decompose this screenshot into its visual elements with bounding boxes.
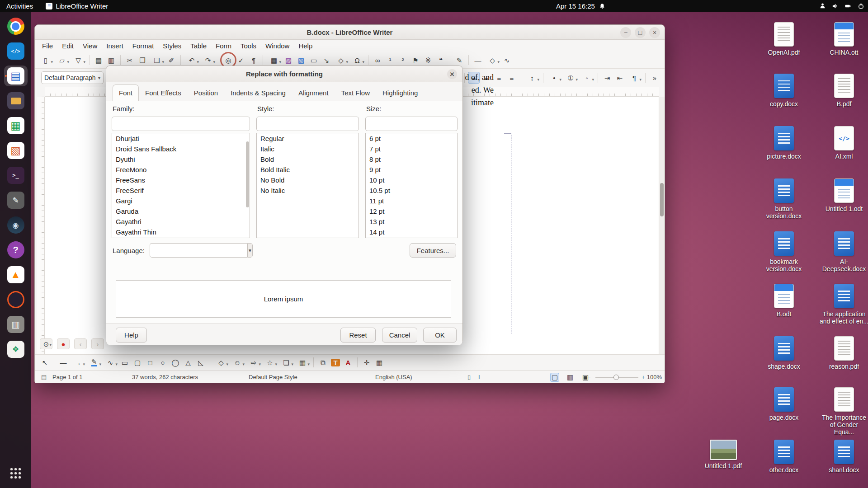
- new-document-icon[interactable]: ▯: [38, 54, 53, 66]
- size-input[interactable]: [365, 117, 458, 131]
- ok-button[interactable]: OK: [423, 328, 457, 343]
- fontwork-icon[interactable]: T: [330, 357, 341, 368]
- page-style-status[interactable]: Default Page Style: [249, 371, 297, 384]
- line-icon[interactable]: ―: [57, 357, 69, 368]
- style-input[interactable]: [256, 117, 359, 131]
- style-list-item[interactable]: Bold: [257, 154, 359, 164]
- family-list[interactable]: DhurjatiDroid Sans FallbackDyuthiFreeMon…: [112, 133, 250, 238]
- dialog-tab[interactable]: Font: [113, 84, 139, 101]
- save-icon[interactable]: ▽: [71, 54, 86, 66]
- previous-change-icon[interactable]: ‹: [74, 338, 87, 349]
- desktop-icon[interactable]: picture.docx: [759, 126, 809, 160]
- family-list-item[interactable]: Gayathri: [112, 216, 250, 227]
- outline-list-icon[interactable]: ◦: [579, 72, 594, 84]
- toolbar-icon[interactable]: [450, 55, 450, 65]
- size-list-item[interactable]: 10 pt: [366, 175, 457, 185]
- accessibility-icon[interactable]: [819, 3, 826, 9]
- family-list-item[interactable]: FreeSans: [112, 175, 250, 185]
- app-grid-dock-item[interactable]: [4, 463, 28, 483]
- menu-item[interactable]: Format: [128, 40, 159, 52]
- chrome-dock-item[interactable]: [4, 16, 28, 37]
- indent-increase-icon[interactable]: ⇥: [601, 72, 613, 84]
- toolbar-icon[interactable]: [313, 357, 314, 367]
- size-list-item[interactable]: 13 pt: [366, 216, 457, 227]
- cross-reference-icon[interactable]: ※: [422, 54, 434, 66]
- block-arrow-icon[interactable]: ⇨: [246, 357, 261, 368]
- text-editor-dock-item[interactable]: [4, 314, 28, 335]
- menu-item[interactable]: File: [38, 40, 57, 52]
- desktop-icon[interactable]: Untitled 1.odt: [819, 178, 868, 213]
- size-list-item[interactable]: 10.5 pt: [366, 185, 457, 196]
- rectangle-icon[interactable]: ▭: [119, 357, 131, 368]
- clone-formatting-icon[interactable]: ✐: [165, 54, 177, 66]
- insert-mode-icon[interactable]: I: [478, 371, 480, 384]
- endnote-icon[interactable]: ²: [397, 54, 409, 66]
- freeform-line-icon[interactable]: ∿: [501, 54, 513, 66]
- insert-chart-icon[interactable]: ▧: [295, 54, 307, 66]
- zoom-level[interactable]: 100%: [647, 371, 662, 384]
- dialog-close-button[interactable]: ✕: [447, 69, 457, 79]
- callout-icon[interactable]: ❏: [278, 357, 294, 368]
- toolbar-icon[interactable]: [368, 55, 368, 65]
- notification-bell-icon[interactable]: [599, 3, 605, 9]
- language-input[interactable]: [150, 243, 247, 258]
- show-changes-icon[interactable]: ⊙: [40, 338, 52, 349]
- reset-button[interactable]: Reset: [340, 328, 376, 343]
- menu-item[interactable]: Form: [211, 40, 236, 52]
- square-icon[interactable]: □: [144, 357, 156, 368]
- browser-dock-item[interactable]: [4, 289, 28, 310]
- toolbar-icon[interactable]: [263, 55, 263, 65]
- ellipse-icon[interactable]: ○: [157, 357, 169, 368]
- toolbar-icon[interactable]: [219, 55, 219, 65]
- family-list-item[interactable]: Gidugu: [112, 237, 250, 238]
- cancel-button[interactable]: Cancel: [382, 328, 417, 343]
- justify-icon[interactable]: ≡: [506, 72, 518, 84]
- menu-item[interactable]: Insert: [102, 40, 128, 52]
- desktop-icon[interactable]: The Importance of Gender Equa...: [819, 387, 868, 436]
- track-changes-icon[interactable]: ✎: [453, 54, 465, 66]
- toolbar-icon[interactable]: [645, 73, 646, 83]
- desktop-icon[interactable]: other.docx: [759, 440, 809, 474]
- zoom-slider[interactable]: [595, 377, 638, 378]
- family-list-item[interactable]: Gargi: [112, 196, 250, 206]
- dialog-tab[interactable]: Text Flow: [335, 84, 376, 101]
- triangle-icon[interactable]: △: [182, 357, 194, 368]
- insert-table-icon[interactable]: ▦: [266, 54, 282, 66]
- libreoffice-calc-dock-item[interactable]: [4, 115, 28, 136]
- undo-icon[interactable]: ↶: [184, 54, 199, 66]
- indent-decrease-icon[interactable]: ⇤: [614, 72, 626, 84]
- family-list-item[interactable]: FreeMono: [112, 164, 250, 175]
- toolbar-icon[interactable]: [357, 357, 358, 367]
- family-input[interactable]: [112, 117, 250, 131]
- desktop-icon[interactable]: shape.docx: [759, 336, 809, 371]
- insert-textbox-icon[interactable]: ▭: [308, 54, 320, 66]
- active-app-menu[interactable]: LibreOffice Writer: [39, 0, 114, 12]
- power-icon[interactable]: [858, 3, 864, 9]
- toolbar-overflow-icon[interactable]: »: [649, 72, 660, 84]
- numbered-list-icon[interactable]: ①: [563, 72, 578, 84]
- insert-frame-icon[interactable]: ⧉: [317, 357, 329, 368]
- find-replace-icon[interactable]: ◎: [222, 54, 234, 66]
- help-button[interactable]: Help: [116, 328, 147, 343]
- style-list-item[interactable]: Regular: [257, 133, 359, 144]
- menu-item[interactable]: Help: [294, 40, 317, 52]
- terminal-dock-item[interactable]: [4, 165, 28, 186]
- family-list-item[interactable]: Garuda: [112, 206, 250, 216]
- page-break-icon[interactable]: ↘: [321, 54, 332, 66]
- style-list-item[interactable]: Bold Italic: [257, 164, 359, 175]
- size-list-item[interactable]: 9 pt: [366, 164, 457, 175]
- toolbar-icon[interactable]: [120, 55, 121, 65]
- menu-item[interactable]: Edit: [57, 40, 78, 52]
- zoom-out-button[interactable]: −: [587, 371, 591, 384]
- features-button[interactable]: Features...: [410, 243, 456, 258]
- selection-mode-icon[interactable]: ▯: [467, 371, 471, 384]
- smiley-icon[interactable]: ☺: [230, 357, 245, 368]
- diamond-icon[interactable]: ◇: [213, 357, 229, 368]
- spelling-icon[interactable]: ✓: [235, 54, 247, 66]
- print-preview-icon[interactable]: ▥: [105, 54, 117, 66]
- vertical-ruler[interactable]: [37, 97, 45, 354]
- multi-page-view-icon[interactable]: ▥: [566, 373, 575, 382]
- footnote-icon[interactable]: ¹: [384, 54, 396, 66]
- libreoffice-writer-dock-item[interactable]: [4, 66, 28, 86]
- family-list-item[interactable]: Droid Sans Fallback: [112, 144, 250, 154]
